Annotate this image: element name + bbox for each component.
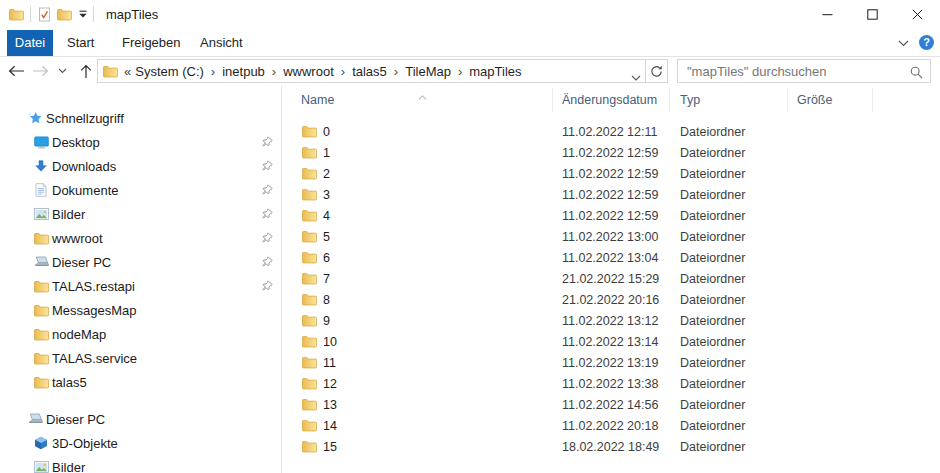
file-row[interactable]: 5 11.02.2022 13:00 Dateiordner — [282, 226, 940, 247]
file-row[interactable]: 3 11.02.2022 12:59 Dateiordner — [282, 184, 940, 205]
window-title: mapTiles — [106, 7, 158, 22]
column-header-gr-e[interactable]: Größe — [797, 93, 832, 107]
sidebar-section-dieser-pc[interactable]: Dieser PC — [0, 407, 281, 431]
file-row[interactable]: 7 21.02.2022 15:29 Dateiordner — [282, 268, 940, 289]
breadcrumb-item-system-c[interactable]: System (C:) — [132, 64, 207, 79]
tab-ansicht[interactable]: Ansicht — [194, 30, 249, 56]
search-icon[interactable] — [910, 65, 923, 83]
sidebar-item-label: Dieser PC — [52, 255, 111, 270]
address-dropdown-icon[interactable] — [631, 68, 641, 86]
help-icon[interactable]: ? — [919, 35, 934, 50]
breadcrumb-item-inetpub[interactable]: inetpub — [219, 64, 268, 79]
downloads-icon — [33, 158, 49, 174]
folder-icon — [33, 374, 49, 390]
up-button[interactable] — [76, 57, 96, 85]
file-name: 10 — [323, 335, 337, 349]
breadcrumb-item-tilemap[interactable]: TileMap — [402, 64, 454, 79]
tab-datei[interactable]: Datei — [7, 30, 53, 56]
breadcrumb-separator-icon: › — [338, 64, 348, 79]
address-bar[interactable]: « System (C:)›inetpub›wwwroot›talas5›Til… — [97, 59, 668, 83]
minimize-button[interactable] — [805, 0, 850, 28]
breadcrumb-separator-icon: › — [391, 64, 401, 79]
qat-customize-dropdown-icon[interactable] — [78, 10, 88, 19]
column-header-nderungsdatum[interactable]: Änderungsdatum — [562, 93, 657, 107]
column-resize-handle[interactable] — [552, 88, 553, 112]
file-row[interactable]: 13 11.02.2022 14:56 Dateiordner — [282, 394, 940, 415]
file-type: Dateiordner — [680, 251, 797, 265]
sidebar-item-label: wwwroot — [52, 231, 103, 246]
file-name: 14 — [323, 419, 337, 433]
maximize-button[interactable] — [850, 0, 895, 28]
refresh-button[interactable] — [645, 60, 667, 82]
recent-locations-icon[interactable] — [54, 57, 70, 85]
sidebar-item-talas-restapi[interactable]: TALAS.restapi — [0, 274, 281, 298]
file-name: 12 — [323, 377, 337, 391]
pin-icon — [262, 184, 273, 195]
sidebar-item-label: nodeMap — [52, 327, 106, 342]
sidebar-item-bilder[interactable]: Bilder — [0, 202, 281, 226]
file-modified: 21.02.2022 20:16 — [562, 293, 680, 307]
file-modified: 11.02.2022 13:12 — [562, 314, 680, 328]
sidebar-item-label: Downloads — [52, 159, 116, 174]
file-name: 9 — [323, 314, 330, 328]
sidebar-item-wwwroot[interactable]: wwwroot — [0, 226, 281, 250]
sidebar-section-schnellzugriff[interactable]: Schnellzugriff — [0, 106, 281, 130]
file-row[interactable]: 6 11.02.2022 13:04 Dateiordner — [282, 247, 940, 268]
file-name: 13 — [323, 398, 337, 412]
file-row[interactable]: 4 11.02.2022 12:59 Dateiordner — [282, 205, 940, 226]
sidebar-item-dieser-pc[interactable]: Dieser PC — [0, 250, 281, 274]
folder-icon — [302, 188, 317, 201]
cube-icon — [33, 435, 49, 451]
file-row[interactable]: 9 11.02.2022 13:12 Dateiordner — [282, 310, 940, 331]
tab-start[interactable]: Start — [61, 30, 100, 56]
sidebar-item-talas-service[interactable]: TALAS.service — [0, 346, 281, 370]
column-resize-handle[interactable] — [872, 88, 873, 112]
qat-new-folder-icon[interactable] — [57, 8, 72, 21]
tab-freigeben[interactable]: Freigeben — [116, 30, 187, 56]
file-row[interactable]: 8 21.02.2022 20:16 Dateiordner — [282, 289, 940, 310]
file-row[interactable]: 10 11.02.2022 13:14 Dateiordner — [282, 331, 940, 352]
file-list: NameÄnderungsdatumTypGröße 0 11.02.2022 … — [282, 85, 940, 473]
computer-icon — [33, 254, 49, 270]
folder-icon — [302, 314, 317, 327]
sidebar-item-nodemap[interactable]: nodeMap — [0, 322, 281, 346]
file-type: Dateiordner — [680, 398, 797, 412]
file-row[interactable]: 2 11.02.2022 12:59 Dateiordner — [282, 163, 940, 184]
sidebar-item-talas5[interactable]: talas5 — [0, 370, 281, 394]
qat-checkmark-icon[interactable] — [38, 7, 51, 22]
breadcrumb-overflow[interactable]: « — [124, 64, 131, 79]
column-header-name[interactable]: Name — [301, 93, 334, 107]
file-row[interactable]: 0 11.02.2022 12:11 Dateiordner — [282, 121, 940, 142]
column-header-row: NameÄnderungsdatumTypGröße — [282, 85, 940, 116]
pin-icon — [262, 256, 273, 267]
file-row[interactable]: 1 11.02.2022 12:59 Dateiordner — [282, 142, 940, 163]
sidebar-item-3d-objekte[interactable]: 3D-Objekte — [0, 431, 281, 455]
forward-button[interactable] — [30, 57, 50, 85]
file-type: Dateiordner — [680, 146, 797, 160]
file-name: 4 — [323, 209, 330, 223]
expand-ribbon-icon[interactable] — [898, 33, 909, 51]
pin-icon — [262, 232, 273, 243]
sidebar-item-dokumente[interactable]: Dokumente — [0, 178, 281, 202]
file-row[interactable]: 11 11.02.2022 13:19 Dateiordner — [282, 352, 940, 373]
breadcrumb-item-talas5[interactable]: talas5 — [349, 64, 390, 79]
search-input[interactable] — [678, 60, 911, 82]
folder-icon — [33, 302, 49, 318]
back-button[interactable] — [6, 57, 26, 85]
column-resize-handle[interactable] — [787, 88, 788, 112]
file-type: Dateiordner — [680, 419, 797, 433]
file-row[interactable]: 14 11.02.2022 20:18 Dateiordner — [282, 415, 940, 436]
column-header-typ[interactable]: Typ — [680, 93, 700, 107]
file-row[interactable]: 15 18.02.2022 18:49 Dateiordner — [282, 436, 940, 457]
breadcrumb-item-maptiles[interactable]: mapTiles — [466, 64, 524, 79]
sidebar-item-downloads[interactable]: Downloads — [0, 154, 281, 178]
folder-icon — [302, 125, 317, 138]
sidebar-item-bilder[interactable]: Bilder — [0, 455, 281, 473]
file-row[interactable]: 12 11.02.2022 13:38 Dateiordner — [282, 373, 940, 394]
breadcrumb-item-wwwroot[interactable]: wwwroot — [280, 64, 337, 79]
close-button[interactable] — [895, 0, 940, 28]
sidebar-item-desktop[interactable]: Desktop — [0, 130, 281, 154]
file-modified: 21.02.2022 15:29 — [562, 272, 680, 286]
column-resize-handle[interactable] — [669, 88, 670, 112]
sidebar-item-messagesmap[interactable]: MessagesMap — [0, 298, 281, 322]
